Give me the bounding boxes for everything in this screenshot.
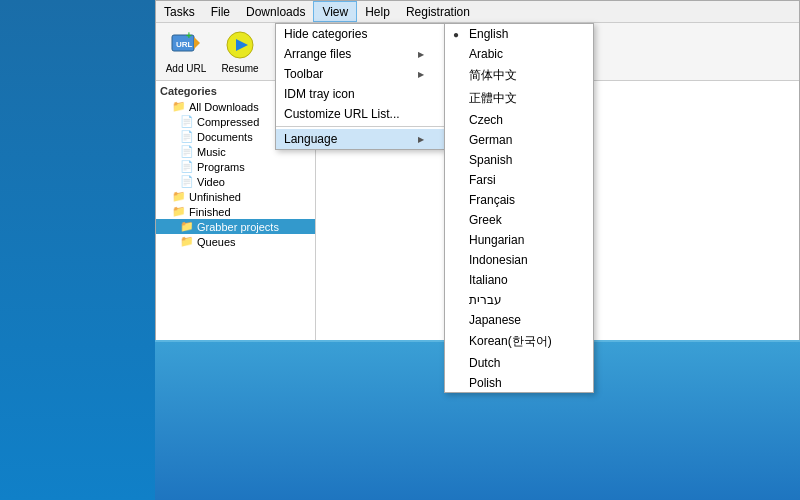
folder-icon: 📁 xyxy=(180,220,194,233)
language-item[interactable]: ●English xyxy=(445,24,593,44)
lang-label: Arabic xyxy=(469,47,585,61)
menu-arrange-files[interactable]: Arrange files ▶ xyxy=(276,44,444,64)
language-item[interactable]: German xyxy=(445,130,593,150)
sidebar-item-unfinished[interactable]: 📁 Unfinished xyxy=(156,189,315,204)
folder-icon: 📁 xyxy=(172,205,186,218)
lang-label: Hungarian xyxy=(469,233,585,247)
file-icon: 📄 xyxy=(180,145,194,158)
svg-text:+: + xyxy=(186,30,192,41)
menu-separator xyxy=(276,126,444,127)
language-item[interactable]: Français xyxy=(445,190,593,210)
svg-text:URL: URL xyxy=(176,40,193,49)
folder-icon: 📁 xyxy=(172,100,186,113)
language-item[interactable]: Spanish xyxy=(445,150,593,170)
lang-label: Français xyxy=(469,193,585,207)
lang-label: Czech xyxy=(469,113,585,127)
language-item[interactable]: Hungarian xyxy=(445,230,593,250)
sidebar-item-programs[interactable]: 📄 Programs xyxy=(156,159,315,174)
toolbar-resume-label: Resume xyxy=(221,63,258,74)
language-item[interactable]: Dutch xyxy=(445,353,593,373)
language-item[interactable]: Czech xyxy=(445,110,593,130)
folder-icon: 📁 xyxy=(180,235,194,248)
lang-label: English xyxy=(469,27,585,41)
lang-check-icon: ● xyxy=(453,29,463,40)
file-icon: 📄 xyxy=(180,175,194,188)
language-item[interactable]: עברית xyxy=(445,290,593,310)
lang-label: Japanese xyxy=(469,313,585,327)
language-item[interactable]: Farsi xyxy=(445,170,593,190)
file-icon: 📄 xyxy=(180,115,194,128)
language-item[interactable]: Italiano xyxy=(445,270,593,290)
menu-registration[interactable]: Registration xyxy=(398,1,478,22)
lang-label: Korean(한국어) xyxy=(469,333,585,350)
lang-label: Dutch xyxy=(469,356,585,370)
menu-downloads[interactable]: Downloads xyxy=(238,1,313,22)
language-item[interactable]: Indonesian xyxy=(445,250,593,270)
lang-label: Polish xyxy=(469,376,585,390)
view-menu: Hide categories Arrange files ▶ Toolbar … xyxy=(275,23,445,150)
language-submenu: ●EnglishArabic简体中文正體中文CzechGermanSpanish… xyxy=(444,23,594,393)
lang-label: Italiano xyxy=(469,273,585,287)
sidebar-item-queues[interactable]: 📁 Queues xyxy=(156,234,315,249)
lang-label: Farsi xyxy=(469,173,585,187)
language-item[interactable]: Greek xyxy=(445,210,593,230)
submenu-arrow: ▶ xyxy=(418,50,424,59)
language-item[interactable]: Korean(한국어) xyxy=(445,330,593,353)
menu-tray-icon[interactable]: IDM tray icon xyxy=(276,84,444,104)
lang-label: Spanish xyxy=(469,153,585,167)
resume-icon xyxy=(224,29,256,61)
svg-marker-1 xyxy=(194,37,200,49)
toolbar-resume[interactable]: Resume xyxy=(214,26,266,78)
lang-label: 简体中文 xyxy=(469,67,585,84)
submenu-arrow: ▶ xyxy=(418,70,424,79)
language-item[interactable]: 简体中文 xyxy=(445,64,593,87)
file-icon: 📄 xyxy=(180,160,194,173)
submenu-arrow: ▶ xyxy=(418,135,424,144)
language-item[interactable]: 正體中文 xyxy=(445,87,593,110)
lang-label: German xyxy=(469,133,585,147)
file-icon: 📄 xyxy=(180,130,194,143)
lang-label: Indonesian xyxy=(469,253,585,267)
menu-hide-categories[interactable]: Hide categories xyxy=(276,24,444,44)
sidebar-item-finished[interactable]: 📁 Finished xyxy=(156,204,315,219)
language-item[interactable]: Polish xyxy=(445,373,593,393)
add-url-icon: URL + xyxy=(170,29,202,61)
lang-label: Greek xyxy=(469,213,585,227)
folder-icon: 📁 xyxy=(172,190,186,203)
language-item[interactable]: Japanese xyxy=(445,310,593,330)
menubar: Tasks File Downloads View Help Registrat… xyxy=(156,1,799,23)
sidebar-item-grabber-projects[interactable]: 📁 Grabber projects xyxy=(156,219,315,234)
language-item[interactable]: Arabic xyxy=(445,44,593,64)
menu-file[interactable]: File xyxy=(203,1,238,22)
lang-label: עברית xyxy=(469,293,585,307)
menu-toolbar[interactable]: Toolbar ▶ xyxy=(276,64,444,84)
menu-view[interactable]: View xyxy=(313,1,357,22)
toolbar-add-url[interactable]: URL + Add URL xyxy=(160,26,212,78)
menu-tasks[interactable]: Tasks xyxy=(156,1,203,22)
sidebar-item-video[interactable]: 📄 Video xyxy=(156,174,315,189)
toolbar-add-url-label: Add URL xyxy=(166,63,207,74)
menu-customize-url[interactable]: Customize URL List... xyxy=(276,104,444,124)
menu-language[interactable]: Language ▶ xyxy=(276,129,444,149)
lang-label: 正體中文 xyxy=(469,90,585,107)
menu-help[interactable]: Help xyxy=(357,1,398,22)
